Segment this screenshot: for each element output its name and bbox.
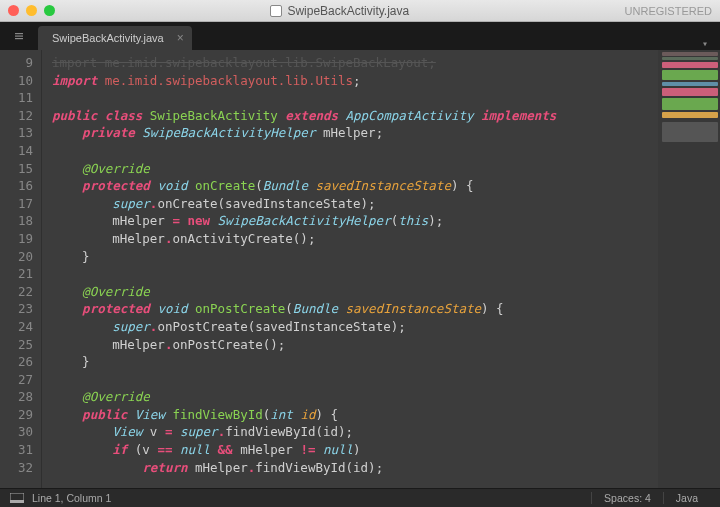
tab-active[interactable]: SwipeBackActivity.java × [38,26,192,50]
svg-rect-1 [15,36,23,37]
line-number: 13 [0,124,33,142]
minimap-segment [662,98,718,110]
code-line[interactable]: super.onPostCreate(savedInstanceState); [52,318,720,336]
registration-label: UNREGISTERED [625,5,712,17]
language-mode[interactable]: Java [663,492,710,504]
line-number: 27 [0,371,33,389]
tab-label: SwipeBackActivity.java [52,32,164,44]
minimize-icon[interactable] [26,5,37,16]
code-line[interactable]: private SwipeBackActivityHelper mHelper; [52,124,720,142]
minimap-segment [662,88,718,96]
line-number: 9 [0,54,33,72]
code-line[interactable]: return mHelper.findViewById(id); [52,459,720,477]
code-line[interactable]: import me.imid.swipebacklayout.lib.Swipe… [52,54,720,72]
line-number: 28 [0,388,33,406]
code-area[interactable]: import me.imid.swipebacklayout.lib.Swipe… [42,50,720,488]
tab-dropdown-icon[interactable] [0,22,38,50]
svg-rect-4 [10,500,24,503]
code-line[interactable]: public class SwipeBackActivity extends A… [52,107,720,125]
code-line[interactable] [52,265,720,283]
minimap-segment [662,57,718,60]
titlebar: SwipeBackActivity.java UNREGISTERED [0,0,720,22]
code-line[interactable]: mHelper.onPostCreate(); [52,336,720,354]
code-line[interactable]: protected void onPostCreate(Bundle saved… [52,300,720,318]
indent-setting[interactable]: Spaces: 4 [591,492,663,504]
code-line[interactable]: protected void onCreate(Bundle savedInst… [52,177,720,195]
minimap-segment [662,52,718,56]
code-line[interactable]: public View findViewById(int id) { [52,406,720,424]
minimap-segment [662,62,718,68]
code-line[interactable]: super.onCreate(savedInstanceState); [52,195,720,213]
minimap-segment [662,122,718,142]
code-line[interactable]: View v = super.findViewById(id); [52,423,720,441]
line-number: 31 [0,441,33,459]
code-line[interactable]: } [52,248,720,266]
minimap-segment [662,70,718,80]
line-number: 30 [0,423,33,441]
code-line[interactable]: } [52,353,720,371]
document-icon [270,5,282,17]
minimap-segment [662,82,718,86]
code-line[interactable] [52,89,720,107]
minimap[interactable] [658,50,720,488]
line-number: 19 [0,230,33,248]
tab-close-icon[interactable]: × [177,31,184,45]
window-title: SwipeBackActivity.java [55,4,625,18]
code-line[interactable]: mHelper.onActivityCreate(); [52,230,720,248]
line-number-gutter: 9101112131415161718192021222324252627282… [0,50,42,488]
code-line[interactable]: if (v == null && mHelper != null) [52,441,720,459]
line-number: 24 [0,318,33,336]
code-line[interactable] [52,142,720,160]
line-number: 23 [0,300,33,318]
line-number: 17 [0,195,33,213]
line-number: 22 [0,283,33,301]
line-number: 21 [0,265,33,283]
code-line[interactable] [52,371,720,389]
maximize-icon[interactable] [44,5,55,16]
tabbar: SwipeBackActivity.java × ▾ [0,22,720,50]
svg-rect-2 [15,38,23,39]
line-number: 32 [0,459,33,477]
line-number: 18 [0,212,33,230]
code-line[interactable]: mHelper = new SwipeBackActivityHelper(th… [52,212,720,230]
line-number: 11 [0,89,33,107]
line-number: 16 [0,177,33,195]
minimap-segment [662,112,718,118]
code-line[interactable]: @Override [52,388,720,406]
line-number: 10 [0,72,33,90]
close-icon[interactable] [8,5,19,16]
line-number: 15 [0,160,33,178]
svg-rect-0 [15,33,23,34]
line-number: 12 [0,107,33,125]
code-line[interactable]: import me.imid.swipebacklayout.lib.Utils… [52,72,720,90]
window-controls [8,5,55,16]
tab-overflow-icon[interactable]: ▾ [690,38,720,50]
panel-switch-icon[interactable] [10,493,24,503]
statusbar: Line 1, Column 1 Spaces: 4 Java [0,488,720,507]
code-line[interactable]: @Override [52,160,720,178]
line-number: 26 [0,353,33,371]
line-number: 14 [0,142,33,160]
code-line[interactable]: @Override [52,283,720,301]
window-filename: SwipeBackActivity.java [287,4,409,18]
line-number: 25 [0,336,33,354]
editor[interactable]: 9101112131415161718192021222324252627282… [0,50,720,488]
line-number: 29 [0,406,33,424]
cursor-position[interactable]: Line 1, Column 1 [32,492,111,504]
line-number: 20 [0,248,33,266]
